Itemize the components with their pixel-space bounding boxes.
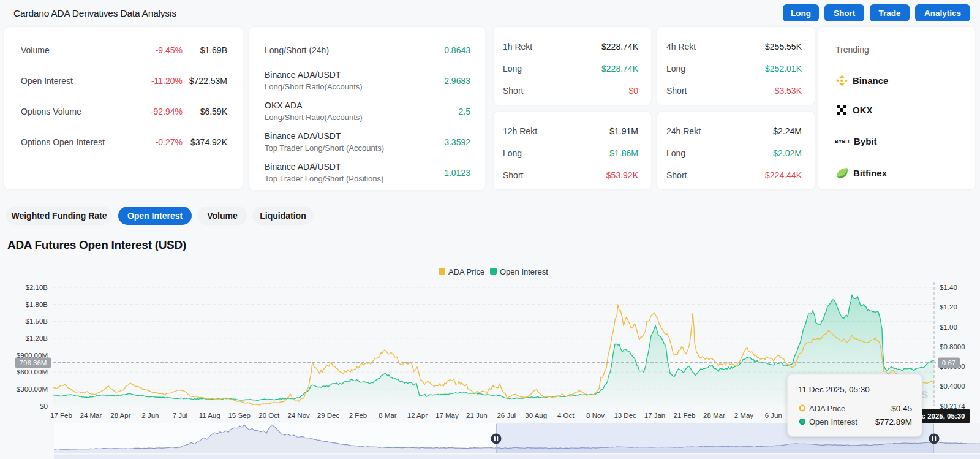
svg-text:$0.8000: $0.8000: [940, 343, 965, 351]
svg-text:6 Jun: 6 Jun: [765, 412, 782, 419]
svg-text:13 Dec: 13 Dec: [614, 412, 636, 419]
svg-text:$0: $0: [40, 403, 48, 410]
svg-text:29 Dec: 29 Dec: [317, 412, 340, 419]
svg-text:15 Sep: 15 Sep: [228, 412, 250, 419]
svg-text:24 Nov: 24 Nov: [287, 412, 310, 419]
svg-text:Open Interest: Open Interest: [809, 417, 858, 427]
svg-text:Open Interest: Open Interest: [500, 267, 548, 276]
svg-text:11 Aug: 11 Aug: [199, 412, 221, 419]
svg-text:20 Oct: 20 Oct: [258, 412, 280, 419]
svg-text:21 Feb: 21 Feb: [674, 412, 696, 419]
svg-text:$1.80B: $1.80B: [26, 301, 48, 308]
svg-text:4 Oct: 4 Oct: [557, 412, 575, 419]
svg-text:0.67: 0.67: [942, 359, 956, 366]
svg-text:11 Dec 2025, 05:30: 11 Dec 2025, 05:30: [798, 385, 870, 394]
svg-text:30 Aug: 30 Aug: [525, 412, 547, 419]
svg-text:2 May: 2 May: [734, 412, 754, 419]
svg-text:$772.89M: $772.89M: [875, 417, 912, 427]
svg-text:796.36M: 796.36M: [20, 359, 47, 366]
svg-text:12 Apr: 12 Apr: [407, 412, 428, 419]
svg-text:$600.00M: $600.00M: [17, 368, 48, 376]
svg-text:$1.00: $1.00: [940, 324, 957, 331]
svg-text:2 Feb: 2 Feb: [349, 412, 367, 419]
svg-text:$1.40: $1.40: [940, 284, 957, 291]
svg-text:17 Jan: 17 Jan: [644, 412, 666, 419]
svg-text:26 Jul: 26 Jul: [497, 412, 516, 419]
svg-text:$0.2174: $0.2174: [940, 403, 965, 410]
svg-text:8 Nov: 8 Nov: [586, 412, 605, 419]
svg-text:$1.50B: $1.50B: [26, 317, 48, 325]
svg-text:$0.45: $0.45: [891, 404, 912, 413]
svg-text:2 Jun: 2 Jun: [141, 412, 159, 419]
svg-text:$1.20B: $1.20B: [26, 335, 48, 342]
svg-text:$2.10B: $2.10B: [26, 284, 48, 291]
svg-text:$1.20: $1.20: [940, 303, 957, 311]
svg-text:7 Jul: 7 Jul: [173, 412, 187, 419]
svg-text:ADA Price: ADA Price: [809, 404, 845, 413]
svg-text:24 Mar: 24 Mar: [80, 412, 102, 419]
svg-text:$0.4000: $0.4000: [940, 382, 965, 390]
svg-text:17 Feb: 17 Feb: [50, 412, 72, 419]
svg-text:21 Jun: 21 Jun: [466, 412, 488, 419]
svg-text:28 Apr: 28 Apr: [110, 412, 130, 419]
svg-text:28 Mar: 28 Mar: [703, 412, 725, 419]
svg-text:17 May: 17 May: [435, 412, 459, 419]
svg-text:ADA Price: ADA Price: [448, 267, 484, 276]
svg-text:8 Mar: 8 Mar: [379, 412, 397, 419]
svg-text:$300.00M: $300.00M: [17, 385, 48, 393]
